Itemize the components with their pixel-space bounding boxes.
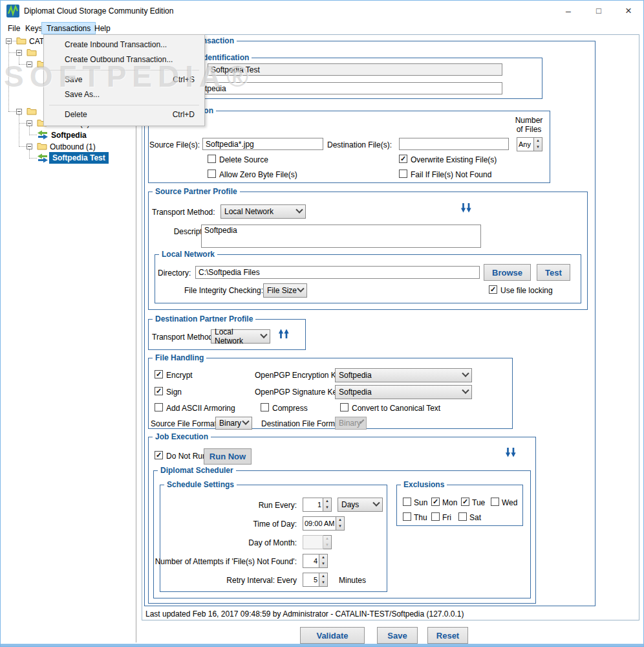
save-button[interactable]: Save bbox=[377, 627, 418, 644]
encrypt-checkbox[interactable]: ✓ bbox=[155, 370, 163, 378]
tue-checkbox[interactable]: ✓ bbox=[461, 498, 469, 506]
day-of-month-stepper-disabled: ▲▼ bbox=[303, 535, 332, 549]
thu-checkbox[interactable] bbox=[403, 512, 411, 521]
spin-down-icon: ▼ bbox=[319, 580, 327, 586]
chevron-down-icon bbox=[372, 499, 380, 507]
window-bottom-border bbox=[1, 644, 643, 647]
browse-button[interactable]: Browse bbox=[484, 264, 531, 281]
maximize-button[interactable]: □ bbox=[587, 2, 610, 19]
close-icon: × bbox=[625, 5, 632, 17]
destination-format-select-disabled: Binary bbox=[335, 417, 367, 430]
transaction-name-input[interactable] bbox=[208, 63, 502, 76]
wed-checkbox[interactable] bbox=[491, 498, 499, 506]
tree-connector bbox=[8, 44, 9, 111]
use-file-locking-checkbox[interactable]: ✓ bbox=[489, 285, 497, 294]
delete-source-checkbox[interactable] bbox=[208, 155, 216, 163]
menu-help[interactable]: Help bbox=[90, 22, 115, 34]
transaction-icon bbox=[37, 130, 48, 140]
signature-key-label: OpenPGP Signature Key: bbox=[255, 388, 343, 397]
minimize-button[interactable]: – bbox=[557, 2, 580, 19]
spin-down-icon: ▼ bbox=[336, 523, 344, 530]
menu-transactions[interactable]: Transactions bbox=[41, 22, 96, 34]
source-description-input[interactable]: Softpedia bbox=[201, 225, 481, 248]
menu-item-save[interactable]: Save Ctrl+S bbox=[45, 72, 204, 87]
menu-item-create-inbound[interactable]: Create Inbound Transaction... bbox=[45, 38, 204, 52]
thu-label: Thu bbox=[414, 513, 427, 522]
chevron-down-icon bbox=[295, 206, 303, 214]
tree-expander[interactable] bbox=[6, 38, 12, 44]
tree-connector bbox=[19, 115, 19, 147]
file-integrity-select[interactable]: File Size bbox=[263, 283, 307, 298]
destination-files-input[interactable] bbox=[399, 138, 509, 150]
overwrite-checkbox[interactable]: ✓ bbox=[399, 155, 407, 163]
transport-method-select[interactable]: Local Network bbox=[220, 204, 306, 219]
close-button[interactable]: × bbox=[617, 2, 640, 19]
group-title: Schedule Settings bbox=[164, 480, 237, 489]
source-format-select[interactable]: Binary bbox=[215, 417, 252, 430]
menu-item-delete[interactable]: Delete Ctrl+D bbox=[45, 107, 204, 122]
run-every-stepper[interactable]: ▲▼ bbox=[303, 498, 332, 512]
run-now-button[interactable]: Run Now bbox=[204, 448, 252, 465]
tree-expander[interactable] bbox=[16, 50, 22, 56]
fail-if-not-found-checkbox[interactable] bbox=[399, 170, 407, 178]
canonical-text-label: Convert to Canonical Text bbox=[352, 404, 440, 413]
menu-shortcut: Ctrl+S bbox=[173, 75, 195, 84]
number-of-files-stepper[interactable]: ▲▼ bbox=[517, 137, 542, 151]
spin-up-icon: ▲ bbox=[323, 536, 331, 542]
source-files-label: Source File(s): bbox=[149, 140, 200, 149]
attempts-stepper[interactable]: ▲▼ bbox=[303, 554, 328, 568]
compress-checkbox[interactable] bbox=[261, 403, 269, 411]
spin-down-icon: ▼ bbox=[534, 144, 542, 151]
mon-checkbox[interactable]: ✓ bbox=[431, 498, 440, 506]
sign-checkbox[interactable]: ✓ bbox=[155, 387, 163, 395]
sat-checkbox[interactable] bbox=[458, 512, 467, 521]
tree-node-softpedia-test-selected[interactable]: Softpedia Test bbox=[49, 152, 109, 164]
run-every-unit-select[interactable]: Days bbox=[338, 498, 383, 512]
check-icon: ✓ bbox=[400, 155, 406, 162]
time-of-day-stepper[interactable]: ▲▼ bbox=[303, 516, 345, 531]
canonical-text-checkbox[interactable] bbox=[340, 403, 349, 411]
tree-expander[interactable] bbox=[27, 61, 32, 67]
check-icon: ✓ bbox=[462, 498, 468, 505]
spin-up-icon: ▲ bbox=[336, 517, 344, 523]
tree-connector bbox=[19, 146, 27, 147]
tree-expander[interactable] bbox=[16, 109, 22, 115]
tree-node-outbound[interactable]: Outbound (1) bbox=[50, 142, 96, 151]
dest-transport-method-select[interactable]: Local Network bbox=[211, 329, 270, 344]
check-icon: ✓ bbox=[156, 387, 162, 395]
sun-checkbox[interactable] bbox=[403, 498, 411, 506]
retry-interval-stepper[interactable]: ▲▼ bbox=[303, 573, 328, 587]
tree-connector bbox=[19, 64, 27, 65]
check-icon: ✓ bbox=[156, 451, 162, 459]
stepper-buttons[interactable]: ▲▼ bbox=[534, 137, 542, 151]
transaction-icon bbox=[37, 153, 48, 163]
tree-expander[interactable] bbox=[27, 144, 32, 149]
test-button[interactable]: Test bbox=[537, 264, 570, 281]
source-files-input[interactable] bbox=[202, 138, 323, 150]
allow-zero-byte-checkbox[interactable] bbox=[208, 170, 216, 178]
description-input[interactable] bbox=[190, 82, 502, 94]
group-title: Job Execution bbox=[153, 432, 211, 441]
menu-separator bbox=[49, 70, 199, 71]
encryption-key-label: OpenPGP Encryption Key: bbox=[255, 371, 347, 380]
number-of-files-label: Number of Files bbox=[510, 116, 548, 134]
tree-node-softpedia[interactable]: Softpedia bbox=[51, 131, 87, 140]
attempts-label: Number of Attempts if 'File(s) Not Found… bbox=[155, 557, 297, 566]
reset-button[interactable]: Reset bbox=[427, 627, 468, 644]
validate-button[interactable]: Validate bbox=[300, 627, 365, 644]
wed-label: Wed bbox=[502, 498, 517, 507]
menu-shortcut: Ctrl+D bbox=[173, 110, 195, 119]
minimize-icon: – bbox=[566, 6, 571, 16]
tree-connector bbox=[12, 41, 16, 41]
tree-expander[interactable] bbox=[27, 120, 32, 126]
encryption-key-select[interactable]: Softpedia bbox=[335, 368, 472, 382]
menu-item-save-as[interactable]: Save As... bbox=[45, 87, 204, 102]
directory-input[interactable] bbox=[195, 266, 480, 279]
fri-checkbox[interactable] bbox=[431, 512, 440, 521]
signature-key-select[interactable]: Softpedia bbox=[335, 385, 472, 399]
menu-item-create-outbound[interactable]: Create Outbound Transaction... bbox=[45, 52, 204, 67]
do-not-run-checkbox[interactable]: ✓ bbox=[155, 451, 163, 459]
group-title: Local Network bbox=[159, 250, 217, 259]
tree-connector bbox=[29, 126, 30, 135]
ascii-armoring-checkbox[interactable] bbox=[155, 403, 163, 411]
